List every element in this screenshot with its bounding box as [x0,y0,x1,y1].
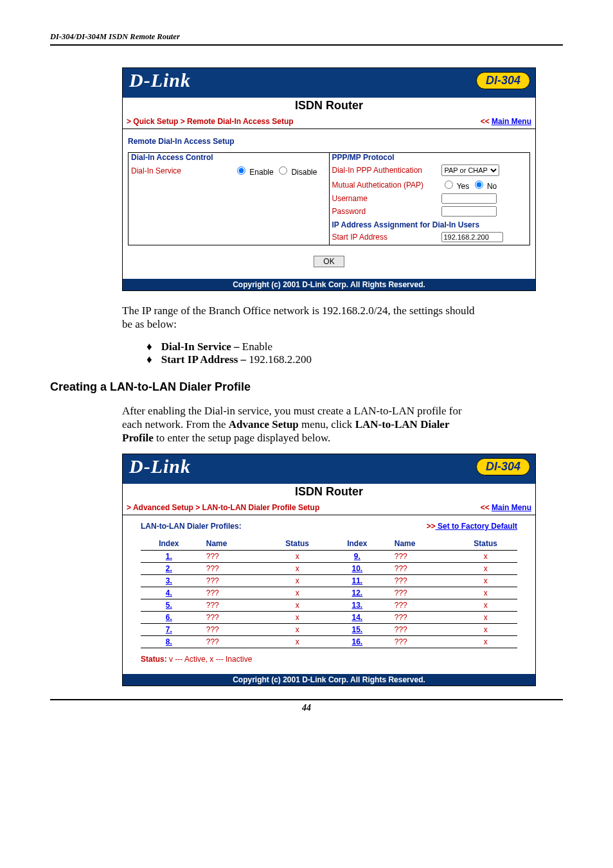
router-panel-remote-dialin: D-Link DI-304 ISDN Router > Quick Setup … [122,67,536,291]
table-row: 8.???x16.???x [141,636,517,648]
mutual-no-radio[interactable] [475,181,483,189]
table-row: 3.???x11.???x [141,575,517,587]
profile-name: ??? [386,575,454,587]
enable-text: Enable [249,168,273,177]
dial-in-disable-radio[interactable] [279,166,287,175]
dial-in-disable[interactable]: Disable [276,168,317,177]
chevron-left-icon: << [481,503,490,512]
profile-link[interactable]: 3. [166,576,172,585]
ok-button[interactable]: OK [314,256,344,267]
profile-link[interactable]: 10. [352,564,363,573]
profile-index: 12. [329,587,386,599]
profile-status: x [454,563,517,575]
mutual-no[interactable]: No [472,182,497,191]
profile-link[interactable]: 4. [166,589,172,598]
profile-status: x [454,612,517,624]
ppp-mp-title: PPP/MP Protocol [332,153,528,162]
dial-in-enable[interactable]: Enable [234,168,274,177]
profile-status: x [265,575,329,587]
th-index: Index [141,537,197,551]
profile-index: 16. [329,636,386,648]
profile-index: 2. [141,563,197,575]
table-row: 2.???x10.???x [141,563,517,575]
table-row: 6.???x14.???x [141,612,517,624]
profile-name: ??? [386,551,454,563]
profiles-label: LAN-to-LAN Dialer Profiles: [141,522,242,531]
th-index: Index [329,537,386,551]
profiles-header-row: LAN-to-LAN Dialer Profiles: >> Set to Fa… [123,515,535,533]
profile-status: x [265,636,329,648]
profile-link[interactable]: 8. [166,637,172,646]
profile-status: x [265,551,329,563]
panel-footer: Copyright (c) 2001 D-Link Corp. All Righ… [123,674,535,686]
profile-link[interactable]: 6. [166,613,172,622]
password-label: Password [332,207,441,216]
profiles-table: Index Name Status Index Name Status 1.??… [141,537,517,648]
profile-link[interactable]: 7. [166,625,172,634]
profile-status: x [454,599,517,612]
ppp-auth-label: Dial-In PPP Authentication [332,166,441,175]
password-input[interactable] [441,206,497,217]
profile-link[interactable]: 12. [352,589,363,598]
profile-name: ??? [386,587,454,599]
panel-header: D-Link DI-304 [123,454,535,484]
profile-link[interactable]: 2. [166,564,172,573]
start-ip-label: Start IP Address [332,233,441,242]
ppp-auth-select[interactable]: PAP or CHAP [441,164,499,176]
table-row: 4.???x12.???x [141,587,517,599]
router-panel-lan-profiles: D-Link DI-304 ISDN Router > Advanced Set… [122,454,536,686]
profile-link[interactable]: 13. [352,601,363,610]
profile-index: 14. [329,612,386,624]
profile-link[interactable]: 5. [166,601,172,610]
col-ppp-mp: PPP/MP Protocol Dial-In PPP Authenticati… [330,153,530,245]
bullet-list: Dial-In Service – Enable Start IP Addres… [147,341,563,366]
mutual-yes-radio[interactable] [445,181,453,189]
heading-lan-to-lan: Creating a LAN-to-LAN Dialer Profile [50,380,563,394]
breadcrumb-row: > Quick Setup > Remote Dial-In Access Se… [123,114,535,129]
profile-link[interactable]: 9. [354,552,360,561]
profile-name: ??? [197,587,266,599]
profile-index: 13. [329,599,386,612]
th-status: Status [454,537,517,551]
disable-text: Disable [291,168,317,177]
chevron-right-icon: >> [427,522,436,531]
chevron-left-icon: << [481,117,490,126]
model-badge: DI-304 [476,458,530,475]
profile-status: x [265,612,329,624]
profile-link[interactable]: 1. [166,552,172,561]
table-row: 7.???x15.???x [141,624,517,636]
profile-link[interactable]: 16. [352,637,363,646]
profile-link[interactable]: 11. [352,576,363,585]
profile-index: 10. [329,563,386,575]
profile-name: ??? [386,599,454,612]
profile-name: ??? [386,636,454,648]
mutual-yes[interactable]: Yes [441,182,470,191]
start-ip-input[interactable] [441,232,503,242]
profile-index: 4. [141,587,197,599]
profile-index: 8. [141,636,197,648]
breadcrumb: > Quick Setup > Remote Dial-In Access Se… [127,117,294,126]
profile-name: ??? [386,612,454,624]
profile-link[interactable]: 15. [352,625,363,634]
footer-rule [50,699,563,700]
table-row: 1.???x9.???x [141,551,517,563]
username-input[interactable] [441,193,497,204]
profile-index: 7. [141,624,197,636]
main-menu-link[interactable]: Main Menu [492,117,531,126]
bullet-dial-in: Dial-In Service – Enable [147,341,563,353]
factory-default-link[interactable]: Set to Factory Default [436,522,517,531]
profile-name: ??? [386,624,454,636]
running-head: DI-304/DI-304M ISDN Remote Router [50,32,563,43]
table-row: 5.???x13.???x [141,599,517,612]
main-menu-link[interactable]: Main Menu [492,503,531,512]
main-menu-link-wrap: << Main Menu [481,503,531,512]
profile-link[interactable]: 14. [352,613,363,622]
th-name: Name [386,537,454,551]
bullet-start-ip: Start IP Address – 192.168.2.200 [147,353,563,366]
panel-title: ISDN Router [295,99,363,112]
dial-in-service-ctrl: Enable Disable [234,164,317,177]
dial-in-enable-radio[interactable] [237,166,245,175]
profile-status: x [265,587,329,599]
dlink-logo: D-Link [129,69,197,91]
profile-status: x [454,575,517,587]
